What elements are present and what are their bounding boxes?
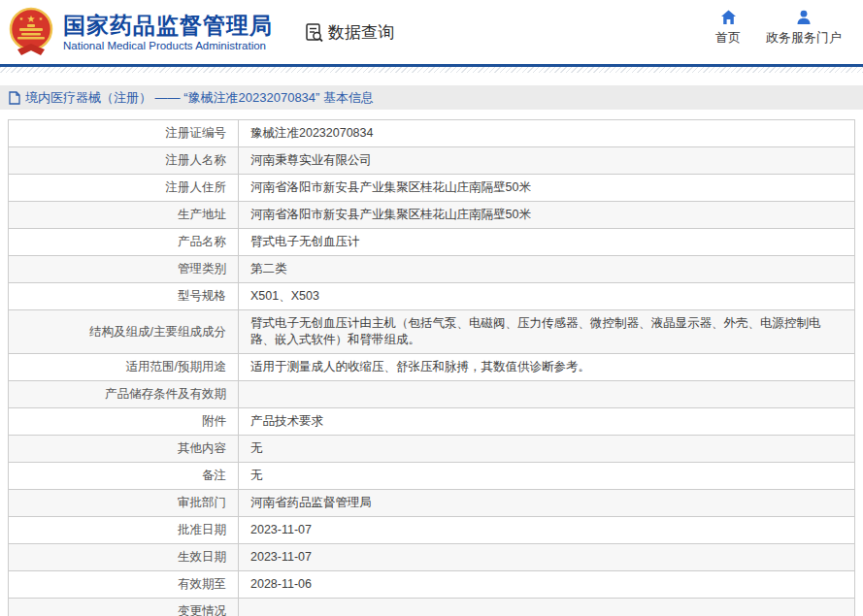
row-value: 2023-11-07	[239, 517, 855, 544]
table-row: 结构及组成/主要组成成分臂式电子无创血压计由主机（包括气泵、电磁阀、压力传感器、…	[9, 310, 855, 354]
row-value: 河南省洛阳市新安县产业集聚区桂花山庄南隔壁50米	[239, 202, 855, 229]
svg-text:★: ★	[19, 16, 24, 21]
org-name-english: National Medical Products Administration	[63, 40, 273, 51]
table-row: 其他内容无	[9, 436, 855, 463]
table-row: 注册人住所河南省洛阳市新安县产业集聚区桂花山庄南隔壁50米	[9, 175, 855, 202]
row-label: 变更情况	[9, 599, 239, 616]
nav-item-home[interactable]: 首页	[715, 10, 741, 47]
row-label: 生产地址	[9, 202, 239, 229]
table-row: 有效期至2028-11-06	[9, 571, 855, 599]
document-search-icon	[304, 22, 324, 43]
svg-text:★: ★	[39, 16, 44, 21]
row-label: 附件	[9, 408, 239, 436]
row-label: 注册人名称	[9, 147, 239, 175]
nav-gov-portal-label: 政务服务门户	[766, 29, 842, 47]
table-row: 注册证编号豫械注准20232070834	[9, 120, 855, 147]
row-value: 臂式电子无创血压计	[239, 229, 855, 256]
row-label: 备注	[9, 463, 239, 490]
table-row: 批准日期2023-11-07	[9, 517, 855, 544]
breadcrumb: 境内医疗器械（注册） —— “豫械注准20232070834” 基本信息	[25, 89, 374, 107]
table-row: 适用范围/预期用途适用于测量成人的收缩压、舒张压和脉搏，其数值供诊断参考。	[9, 354, 855, 381]
row-label: 管理类别	[9, 256, 239, 283]
row-label: 生效日期	[9, 544, 239, 571]
page-icon	[9, 91, 20, 105]
table-row: 变更情况	[9, 599, 855, 616]
row-value: X501、X503	[239, 283, 855, 310]
row-label: 审批部门	[9, 490, 239, 517]
row-value: 2023-11-07	[239, 544, 855, 571]
header-nav: 首页 政务服务门户	[715, 10, 842, 47]
row-value	[239, 381, 855, 408]
row-value	[239, 599, 855, 616]
data-query-tab[interactable]: 数据查询	[304, 21, 394, 44]
table-row: 审批部门河南省药品监督管理局	[9, 490, 855, 517]
table-row: 产品储存条件及有效期	[9, 381, 855, 408]
row-value: 河南省药品监督管理局	[239, 490, 855, 517]
table-row: 注册人名称河南秉尊实业有限公司	[9, 147, 855, 175]
nmpa-emblem-logo: ★ ★ ★	[8, 7, 54, 57]
row-value: 河南省洛阳市新安县产业集聚区桂花山庄南隔壁50米	[239, 175, 855, 202]
org-title-block: 国家药品监督管理局 National Medical Products Admi…	[63, 13, 273, 51]
row-value: 第二类	[239, 256, 855, 283]
registration-info-table: 注册证编号豫械注准20232070834注册人名称河南秉尊实业有限公司注册人住所…	[8, 119, 855, 616]
site-header: ★ ★ ★ 国家药品监督管理局 National Medical Product…	[0, 0, 863, 64]
row-label: 型号规格	[9, 283, 239, 310]
org-name: 国家药品监督管理局	[63, 13, 273, 38]
info-table-body: 注册证编号豫械注准20232070834注册人名称河南秉尊实业有限公司注册人住所…	[9, 120, 855, 616]
row-label: 产品储存条件及有效期	[9, 381, 239, 408]
row-value: 无	[239, 463, 855, 490]
table-row: 附件产品技术要求	[9, 408, 855, 436]
row-value: 适用于测量成人的收缩压、舒张压和脉搏，其数值供诊断参考。	[239, 354, 855, 381]
table-row: 备注无	[9, 463, 855, 490]
row-value: 臂式电子无创血压计由主机（包括气泵、电磁阀、压力传感器、微控制器、液晶显示器、外…	[239, 310, 855, 354]
row-label: 注册证编号	[9, 120, 239, 147]
row-value: 河南秉尊实业有限公司	[239, 147, 855, 175]
row-value: 产品技术要求	[239, 408, 855, 436]
nav-home-label: 首页	[715, 29, 741, 47]
row-label: 批准日期	[9, 517, 239, 544]
row-value: 2028-11-06	[239, 571, 855, 599]
person-icon	[796, 10, 812, 25]
table-row: 生产地址河南省洛阳市新安县产业集聚区桂花山庄南隔壁50米	[9, 202, 855, 229]
row-label: 结构及组成/主要组成成分	[9, 310, 239, 354]
svg-text:★: ★	[27, 14, 36, 24]
row-value: 豫械注准20232070834	[239, 120, 855, 147]
home-icon	[720, 10, 737, 25]
row-label: 适用范围/预期用途	[9, 354, 239, 381]
table-row: 管理类别第二类	[9, 256, 855, 283]
breadcrumb-bar: 境内医疗器械（注册） —— “豫械注准20232070834” 基本信息	[0, 85, 863, 110]
row-label: 注册人住所	[9, 175, 239, 202]
table-row: 型号规格X501、X503	[9, 283, 855, 310]
row-label: 其他内容	[9, 436, 239, 463]
row-label: 有效期至	[9, 571, 239, 599]
row-value: 无	[239, 436, 855, 463]
nav-item-gov-portal[interactable]: 政务服务门户	[766, 10, 842, 47]
table-row: 生效日期2023-11-07	[9, 544, 855, 571]
data-query-label: 数据查询	[328, 21, 394, 44]
hatched-strip	[0, 67, 863, 73]
table-row: 产品名称臂式电子无创血压计	[9, 229, 855, 256]
row-label: 产品名称	[9, 229, 239, 256]
